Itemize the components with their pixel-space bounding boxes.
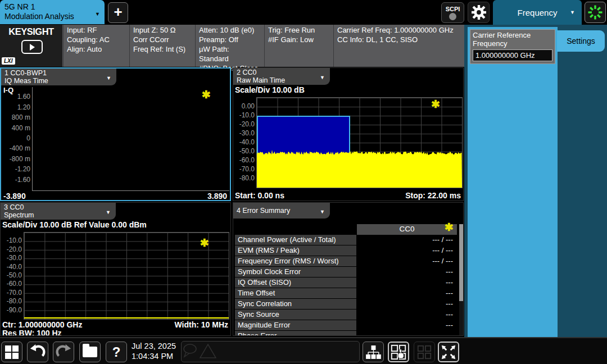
- table-row: Symbol Clock Error---: [235, 267, 457, 277]
- window3-title-line2: Spectrum: [4, 211, 112, 219]
- window3-title-dropdown[interactable]: 3 CC0 Spectrum ▼: [1, 203, 116, 220]
- scale-per-div-label: Scale/Div 10.00 dB: [235, 85, 305, 94]
- select-window-hand-icon: [390, 344, 407, 361]
- date-text: Jul 23, 2025: [132, 342, 176, 352]
- metric-label: EVM (RMS / Peak): [235, 245, 356, 256]
- y-axis-tick-label: -50.0: [0, 272, 22, 279]
- scpi-label: SCPI: [446, 6, 460, 12]
- metric-label: IQ Offset (SISO): [235, 277, 356, 288]
- window-raw-main-time[interactable]: 2 CC0 Raw Main Time ▼ Scale/Div 10.00 dB…: [233, 67, 464, 201]
- time-plot-area: ✱ 0.00-10.0-20.0-30.0-40.0-50.0-60.0-70.…: [256, 97, 463, 188]
- window2-title-dropdown[interactable]: 2 CC0 Raw Main Time ▼: [233, 68, 330, 85]
- window-spectrum[interactable]: 3 CC0 Spectrum ▼ Scale/Div 10.00 dB Ref …: [0, 202, 231, 336]
- y-axis-tick-label: 0: [6, 135, 30, 142]
- redo-icon: [55, 344, 72, 361]
- column-header-cc0: CC0: [399, 225, 414, 233]
- tab-settings[interactable]: Settings: [557, 30, 605, 52]
- metric-label: Phase Error: [235, 331, 356, 336]
- noise-trace: [257, 98, 462, 188]
- invalid-data-asterisk: ✱: [445, 222, 454, 233]
- window4-title-dropdown[interactable]: 4 Error Summary ▼: [233, 203, 330, 219]
- metric-label: Sync Correlation: [235, 299, 356, 309]
- scale-ref-label: Scale/Div 10.00 dB Ref Value 0.00 dBm: [2, 220, 147, 229]
- meas-info-column: Input: RFCoupling: ACAlign: Auto: [63, 25, 129, 67]
- measurement-tab-line2: Modulation Analysis: [4, 12, 100, 21]
- brand-logo: KEYSIGHT: [0, 26, 62, 37]
- window1-title-line1: 1 CC0-BWP1: [4, 69, 113, 77]
- y-axis-tick-label: 0.00: [233, 103, 255, 110]
- y-axis-tick-label: -60.0: [0, 280, 22, 288]
- menu-dropdown-frequency[interactable]: Frequency ▼: [493, 0, 582, 25]
- iq-plot-area: ✱ 1.601.20800 m400 m0-400 m-800 m-1.20-1…: [32, 87, 229, 191]
- undo-button[interactable]: [27, 342, 48, 362]
- metric-value: ---: [357, 299, 457, 309]
- y-axis-tick-label: -80.0: [233, 175, 255, 182]
- grid-layout-button-disabled: [414, 342, 435, 362]
- carrier-ref-freq-control[interactable]: Carrier Reference Frequency 1.000000000 …: [470, 29, 555, 64]
- analyzer-screen: 5G NR 1 Modulation Analysis ▼ + SCPI Fre…: [0, 0, 607, 364]
- spectrum-plot-area: ✱ -10.0-20.0-30.0-40.0-50.0-60.0-70.0-80…: [24, 232, 229, 320]
- chevron-down-icon: ▼: [320, 208, 325, 216]
- y-axis-tick-label: -70.0: [0, 289, 22, 297]
- tab-settings-label: Settings: [567, 37, 595, 46]
- y-axis-tick-label: -50.0: [233, 148, 255, 155]
- x-axis-right-value: 3.890: [207, 192, 227, 201]
- busy-indicator: [585, 2, 606, 23]
- help-icon: ?: [112, 344, 121, 360]
- measurement-tab[interactable]: 5G NR 1 Modulation Analysis ▼: [0, 0, 105, 24]
- table-row: Channel Power (Active / Total)--- / ---: [235, 235, 457, 245]
- scrollbar-thumb[interactable]: [459, 224, 464, 301]
- window-error-summary[interactable]: 4 Error Summary ▼ CC0 ✱ Channel Power (A…: [233, 202, 464, 336]
- carrier-ref-freq-label: Carrier Reference Frequency: [470, 30, 555, 48]
- select-window-button[interactable]: [388, 342, 409, 362]
- meas-info-column: Atten: 10 dB (e0)Preamp: OffµW Path: Sta…: [195, 25, 264, 67]
- brand-block: KEYSIGHT LXI: [0, 25, 62, 67]
- table-header-row: CC0 ✱: [235, 224, 457, 235]
- window2-title-line1: 2 CC0: [237, 69, 327, 76]
- y-axis-tick-label: -60.0: [233, 157, 255, 164]
- metric-label: Time Offset: [235, 288, 356, 298]
- y-axis-tick-label: -1.60: [6, 176, 30, 184]
- busy-spinner-icon: [587, 4, 604, 21]
- scpi-status-dot: [449, 13, 456, 20]
- metric-label: Magnitude Error: [235, 320, 356, 330]
- fullscreen-button[interactable]: [438, 342, 459, 362]
- folder-icon: [83, 347, 97, 357]
- window1-title-dropdown[interactable]: 1 CC0-BWP1 IQ Meas Time ▼: [1, 69, 116, 85]
- center-freq-label: Ctr: 1.000000000 GHz: [2, 320, 82, 329]
- spectrum-trace: [24, 317, 229, 319]
- grid-layout-icon: [416, 344, 433, 361]
- table-scrollbar[interactable]: [459, 224, 464, 335]
- stop-time-label: Stop: 22.00 ms: [405, 191, 461, 200]
- metric-value: ---: [357, 331, 457, 336]
- invalid-data-asterisk: ✱: [202, 89, 211, 100]
- res-bw-label: Res BW: 100 Hz: [2, 329, 62, 336]
- windows-start-button[interactable]: [1, 342, 22, 362]
- expand-arrows-icon: [440, 344, 457, 361]
- y-axis-tick-label: -40.0: [0, 263, 22, 271]
- clock-display[interactable]: Jul 23, 2025 1:04:34 PM: [132, 342, 176, 361]
- system-settings-button[interactable]: [468, 2, 490, 23]
- metric-label: Sync Source: [235, 310, 356, 320]
- carrier-ref-freq-input[interactable]: 1.000000000 GHz: [473, 49, 552, 61]
- table-row: IQ Offset (SISO)---: [235, 277, 457, 288]
- help-button[interactable]: ?: [106, 342, 127, 362]
- window2-title-line2: Raw Main Time: [237, 76, 327, 84]
- meas-info-column: Carrier Ref Freq: 1.000000000 GHzCC Info…: [333, 25, 464, 67]
- screen-arrow-icon: [21, 40, 43, 54]
- window-iq-meas-time[interactable]: 1 CC0-BWP1 IQ Meas Time ▼ I-Q ✱ 1.601.20…: [0, 67, 231, 201]
- metric-value: ---: [357, 320, 457, 330]
- redo-button[interactable]: [53, 342, 74, 362]
- scpi-button[interactable]: SCPI: [441, 2, 464, 23]
- chevron-down-icon: ▼: [106, 208, 111, 216]
- y-axis-tick-label: 1.60: [6, 93, 30, 101]
- add-measurement-button[interactable]: +: [108, 2, 128, 23]
- file-explorer-button[interactable]: [79, 342, 101, 362]
- metric-label: Symbol Clock Error: [235, 267, 356, 277]
- layout-hierarchy-button[interactable]: [363, 342, 384, 362]
- gear-icon: [472, 5, 486, 20]
- annotation-scratchpad[interactable]: [181, 341, 360, 362]
- y-axis-tick-label: -70.0: [233, 166, 255, 173]
- y-axis-tick-label: -80.0: [0, 298, 22, 305]
- start-time-label: Start: 0.00 ns: [235, 191, 284, 200]
